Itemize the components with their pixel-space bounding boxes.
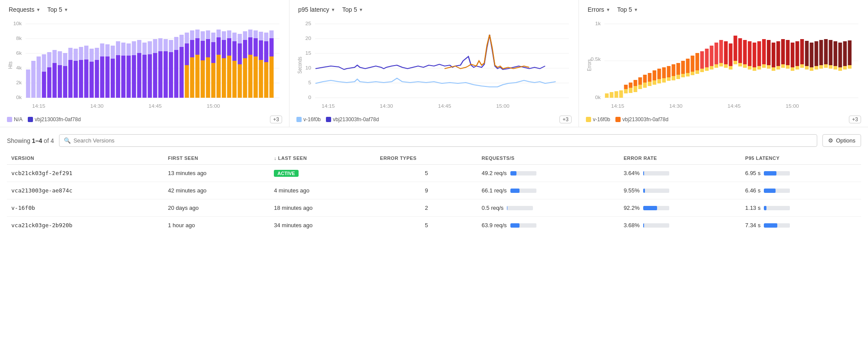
options-label: Options <box>836 137 855 144</box>
svg-rect-93 <box>222 58 226 98</box>
svg-rect-28 <box>74 49 78 61</box>
requests-top-label: Top 5 <box>47 6 62 13</box>
svg-rect-50 <box>132 41 136 55</box>
latency-top-dropdown[interactable]: Top 5 ▼ <box>341 5 365 14</box>
svg-rect-32 <box>84 46 89 60</box>
svg-rect-95 <box>227 38 231 56</box>
svg-rect-196 <box>724 41 728 64</box>
svg-rect-83 <box>206 39 210 57</box>
legend-vbj-label: vbj213003fn-0af78d <box>35 116 81 123</box>
errors-more-btn[interactable]: +3 <box>849 116 861 123</box>
latency-bar-3 <box>764 223 777 228</box>
legend-na-label: N/A <box>14 116 23 123</box>
svg-rect-213 <box>767 65 771 69</box>
svg-rect-245 <box>843 66 847 70</box>
svg-rect-56 <box>148 41 152 54</box>
svg-rect-242 <box>834 41 838 66</box>
requests-top-dropdown[interactable]: Top 5 ▼ <box>46 5 70 14</box>
svg-rect-156 <box>629 83 633 88</box>
svg-text:2k: 2k <box>16 80 22 85</box>
svg-rect-64 <box>169 40 173 52</box>
svg-rect-187 <box>705 67 709 71</box>
svg-rect-66 <box>174 37 178 50</box>
requests-bar-bg-1 <box>510 189 536 193</box>
svg-rect-248 <box>848 40 852 65</box>
legend-v16f0b-lat-label: v-16f0b <box>303 116 321 123</box>
latency-top-label: Top 5 <box>342 6 357 13</box>
latency-bar-bg-2 <box>764 206 790 210</box>
legend-v16f0b-lat-swatch <box>296 117 302 122</box>
svg-text:15:00: 15:00 <box>786 104 799 109</box>
svg-rect-167 <box>658 79 661 83</box>
svg-rect-160 <box>638 77 642 85</box>
svg-rect-99 <box>232 61 237 98</box>
requests-more-btn[interactable]: +3 <box>270 116 282 123</box>
svg-rect-186 <box>700 51 704 69</box>
svg-rect-151 <box>615 91 618 98</box>
svg-rect-57 <box>148 54 152 98</box>
requests-bar-3 <box>510 223 519 228</box>
svg-rect-204 <box>743 40 747 64</box>
cell-latency-0: 6.95 s <box>741 165 861 182</box>
legend-vbj-lat-label: vbj213003fn-0af78d <box>333 116 379 123</box>
svg-rect-215 <box>772 67 776 71</box>
svg-rect-22 <box>58 51 62 65</box>
svg-text:6k: 6k <box>16 51 22 56</box>
requests-metric-dropdown[interactable]: Requests ▼ <box>7 5 42 14</box>
svg-rect-162 <box>643 75 647 83</box>
svg-rect-17 <box>42 72 46 98</box>
svg-rect-197 <box>729 66 733 70</box>
col-last-seen[interactable]: ↓ LAST SEEN <box>270 152 375 165</box>
svg-rect-85 <box>211 33 216 42</box>
svg-rect-152 <box>619 90 623 98</box>
svg-rect-13 <box>26 70 30 98</box>
svg-rect-209 <box>757 66 761 70</box>
cell-version-2: v-16f0b <box>7 199 164 217</box>
svg-rect-180 <box>686 59 690 73</box>
cell-requests-3: 63.9 req/s <box>477 217 619 234</box>
table-body: vcb21ck03gf-2ef291 13 minutes ago ACTIVE… <box>7 165 861 234</box>
svg-rect-185 <box>700 69 704 72</box>
svg-rect-15 <box>36 56 41 98</box>
svg-rect-164 <box>648 73 652 82</box>
cell-error-types-0: 5 <box>376 165 477 182</box>
svg-rect-149 <box>605 93 609 98</box>
svg-rect-78 <box>195 55 200 98</box>
svg-rect-26 <box>68 48 72 60</box>
svg-rect-24 <box>63 53 67 66</box>
cell-last-seen-2: 18 minutes ago <box>270 199 375 217</box>
svg-rect-74 <box>190 40 194 57</box>
col-error-rate: ERROR RATE <box>619 152 741 165</box>
errors-top-dropdown[interactable]: Top 5 ▼ <box>615 5 640 14</box>
error-rate-bar-2 <box>643 206 657 210</box>
svg-rect-86 <box>211 42 216 63</box>
svg-rect-18 <box>47 52 52 67</box>
options-button[interactable]: ⚙ Options <box>822 134 861 147</box>
latency-more-btn[interactable]: +3 <box>559 116 572 123</box>
svg-rect-70 <box>185 33 189 43</box>
showing-range: 1–4 <box>32 137 42 144</box>
svg-rect-100 <box>238 34 242 43</box>
svg-text:4k: 4k <box>16 66 22 70</box>
svg-rect-117 <box>264 62 269 98</box>
latency-metric-dropdown[interactable]: p95 latency ▼ <box>296 5 337 14</box>
errors-metric-dropdown[interactable]: Errors ▼ <box>586 5 612 14</box>
svg-text:5: 5 <box>308 80 311 85</box>
svg-rect-89 <box>217 37 221 55</box>
svg-rect-179 <box>686 73 690 76</box>
table-controls: Showing 1–4 of 4 🔍 ⚙ Options <box>7 134 861 147</box>
svg-rect-90 <box>217 55 221 98</box>
cell-error-types-1: 9 <box>376 182 477 199</box>
error-rate-bar-3 <box>643 223 644 228</box>
search-input[interactable] <box>73 137 812 144</box>
svg-text:20: 20 <box>306 36 312 41</box>
svg-rect-168 <box>658 69 661 79</box>
requests-legend: N/A vbj213003fn-0af78d +3 <box>7 116 282 123</box>
search-box[interactable]: 🔍 <box>59 134 817 147</box>
svg-rect-235 <box>819 65 823 69</box>
requests-svg: 10k 8k 6k 4k 2k 0k Hits <box>7 17 282 113</box>
svg-text:0k: 0k <box>16 95 22 100</box>
col-requests-s: REQUESTS/S <box>477 152 619 165</box>
requests-chart-area: 10k 8k 6k 4k 2k 0k Hits <box>7 17 282 113</box>
errors-legend: v-16f0b vbj213003fn-0af78d +3 <box>586 116 861 123</box>
